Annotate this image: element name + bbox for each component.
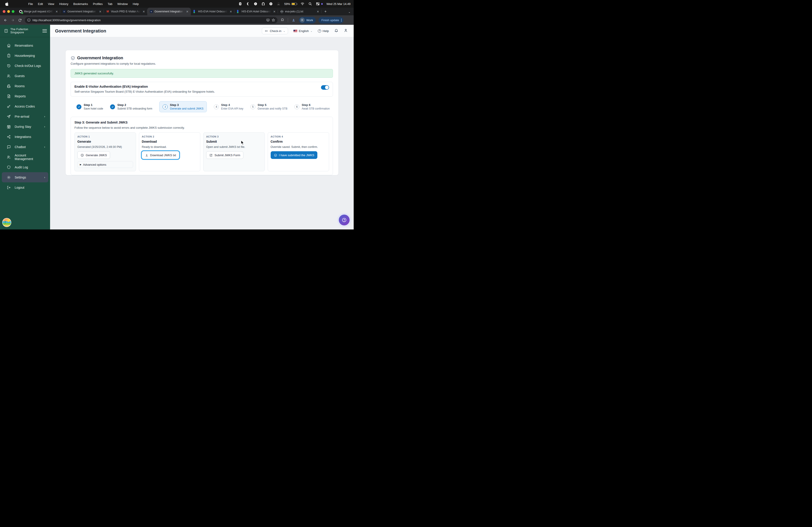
sidebar-item-audit-log[interactable]: Audit Log — [2, 162, 48, 172]
sidebar-item-access-codes[interactable]: Access Codes — [2, 101, 48, 111]
tab-close-icon[interactable]: ✕ — [229, 10, 233, 13]
sidebar-item-reports[interactable]: Reports — [2, 91, 48, 101]
sidebar-item-account-management[interactable]: Account Management — [2, 152, 48, 162]
tab-government-integration-1[interactable]: v Government Integration - A ✕ — [60, 7, 104, 15]
sidebar-item-logout[interactable]: Logout — [2, 182, 48, 193]
tab-his-eva-2[interactable]: HIS-EVA Hotel Onboarding ✕ — [234, 7, 278, 15]
checkin-dropdown-button[interactable]: Check-in ⌄ — [262, 28, 288, 34]
sidebar-item-chatbot[interactable]: Chatbot › — [2, 142, 48, 152]
forward-button[interactable] — [10, 17, 16, 23]
his-eva-favicon — [237, 10, 240, 13]
us-flag-icon — [293, 30, 297, 32]
downloads-icon[interactable] — [290, 17, 296, 23]
tab-close-icon[interactable]: ✕ — [142, 10, 145, 13]
tab-close-icon[interactable]: ✕ — [186, 10, 189, 13]
chrome-menu-icon[interactable] — [341, 19, 342, 21]
help-fab-button[interactable] — [339, 215, 350, 225]
help-button[interactable]: ? Help — [318, 29, 329, 33]
status-app-icon-4[interactable] — [261, 2, 265, 6]
menu-item-tab[interactable]: Tab — [107, 2, 112, 6]
sidebar-item-checkinout-logs[interactable]: Check-In/Out Logs — [2, 61, 48, 71]
menu-item-view[interactable]: View — [48, 2, 54, 6]
step-1[interactable]: Step 1Save hotel code — [76, 103, 103, 110]
sidebar-collapse-icon[interactable] — [42, 29, 47, 32]
clipboard-check-icon — [7, 54, 11, 58]
send-icon — [7, 115, 11, 119]
eva-toggle-on[interactable] — [321, 85, 329, 90]
sidebar-item-rooms[interactable]: Rooms — [2, 81, 48, 91]
advanced-options-toggle[interactable]: ▶ Advanced options — [77, 161, 133, 168]
question-circle-icon — [342, 217, 347, 223]
notifications-bell-icon[interactable] — [334, 28, 338, 33]
wifi-icon[interactable] — [301, 2, 304, 6]
user-avatar[interactable] — [2, 218, 11, 227]
confirm-submitted-button[interactable]: I have submitted the JWKS — [271, 151, 318, 159]
bookmark-star-icon[interactable] — [272, 18, 275, 22]
tab-close-icon[interactable]: ✕ — [316, 10, 320, 13]
step-6[interactable]: 6 Step 6Await STB confirmation — [294, 103, 330, 110]
menu-bar-clock[interactable]: Wed 25 Mar 14.49 — [327, 2, 350, 6]
extensions-icon[interactable] — [279, 17, 286, 23]
sidebar-item-guests[interactable]: Guests — [2, 71, 48, 81]
step-5[interactable]: 5 Step 5Generate and notify STB — [250, 103, 287, 110]
chevron-down-icon: ⌄ — [283, 30, 285, 32]
action-card-generate: ACTION 1 Generate Generated (3/25/2026, … — [74, 132, 136, 171]
back-button[interactable] — [2, 17, 9, 23]
tab-merge-pull-request[interactable]: Merge pull request #2406 fr ✕ — [17, 7, 60, 15]
generate-jwks-button[interactable]: Generate JWKS — [77, 151, 110, 159]
submit-jwks-form-button[interactable]: Submit JWKS Form — [206, 151, 243, 159]
status-app-icon-1[interactable] — [238, 2, 242, 6]
step-4[interactable]: 4 Step 4Enter EVA API key — [214, 103, 243, 110]
spotlight-search-icon[interactable] — [308, 2, 312, 6]
menu-item-file[interactable]: File — [28, 2, 33, 6]
reload-button[interactable] — [17, 17, 23, 23]
window-zoom-button[interactable] — [12, 10, 14, 13]
status-app-icon-5[interactable] — [269, 2, 273, 6]
site-info-icon[interactable] — [27, 18, 31, 22]
download-jwks-button[interactable]: Download JWKS txt — [142, 151, 179, 159]
chrome-profile-button[interactable]: R Work — [299, 17, 316, 24]
step-number-circle: 6 — [294, 104, 299, 109]
account-icon[interactable] — [344, 28, 348, 33]
step-2[interactable]: Step 2Submit STB onboarding form — [110, 103, 152, 110]
new-tab-button[interactable]: + — [322, 8, 329, 15]
menu-item-help[interactable]: Help — [133, 2, 139, 6]
tab-search-chevron-icon[interactable]: ⌄ — [348, 10, 350, 14]
step-3-active[interactable]: 3 Step 3Generate and submit JWKS — [159, 101, 207, 112]
tab-close-icon[interactable]: ✕ — [55, 10, 58, 13]
address-bar[interactable]: http://localhost:3000/settings/governmen… — [25, 17, 277, 24]
status-app-icon-3[interactable]: ! — [253, 2, 258, 6]
sidebar-item-during-stay[interactable]: During Stay › — [2, 121, 48, 132]
menu-item-bookmarks[interactable]: Bookmarks — [73, 2, 88, 6]
apple-icon[interactable] — [5, 2, 9, 6]
menu-item-profiles[interactable]: Profiles — [93, 2, 103, 6]
menu-item-history[interactable]: History — [59, 2, 68, 6]
window-minimize-button[interactable] — [7, 10, 10, 13]
tab-close-icon[interactable]: ✕ — [99, 10, 102, 13]
profile-status-dot — [321, 3, 323, 5]
tab-his-eva-1[interactable]: HIS-EVA Hotel Onboarding ✕ — [191, 7, 234, 15]
keyboard-brightness-icon[interactable] — [277, 2, 280, 6]
tab-eva-jwks-txt[interactable]: eva-jwks (1).txt ✕ — [278, 7, 321, 15]
sidebar-item-housekeeping[interactable]: Housekeeping — [2, 50, 48, 61]
window-close-button[interactable] — [3, 10, 5, 13]
finish-update-button[interactable]: Finish update — [318, 17, 344, 24]
sidebar-item-settings[interactable]: Settings › — [2, 172, 48, 182]
step-done-check-icon — [110, 104, 115, 109]
install-app-icon[interactable] — [266, 18, 270, 22]
sidebar-item-reservations[interactable]: Reservations — [2, 40, 48, 50]
url-text[interactable]: http://localhost:3000/settings/governmen… — [32, 18, 264, 22]
control-center-icon[interactable] — [316, 2, 320, 6]
question-icon: ? — [318, 29, 321, 33]
tab-close-icon[interactable]: ✕ — [273, 10, 276, 13]
menu-item-edit[interactable]: Edit — [38, 2, 43, 6]
menu-item-window[interactable]: Window — [117, 2, 128, 6]
sidebar-item-integrations[interactable]: Integrations — [2, 132, 48, 142]
tab-vouch-prd[interactable]: M Vouch PRD E-Visitor Authen ✕ — [104, 7, 147, 15]
status-app-icon-2[interactable] — [246, 2, 250, 6]
hotel-icon — [4, 29, 8, 33]
tab-government-integration-active[interactable]: v Government Integration - A ✕ — [147, 7, 191, 15]
language-selector[interactable]: English ⌄ — [293, 29, 313, 33]
sidebar-item-pre-arrival[interactable]: Pre-arrival › — [2, 111, 48, 121]
battery-indicator[interactable]: 59% — [284, 2, 297, 6]
